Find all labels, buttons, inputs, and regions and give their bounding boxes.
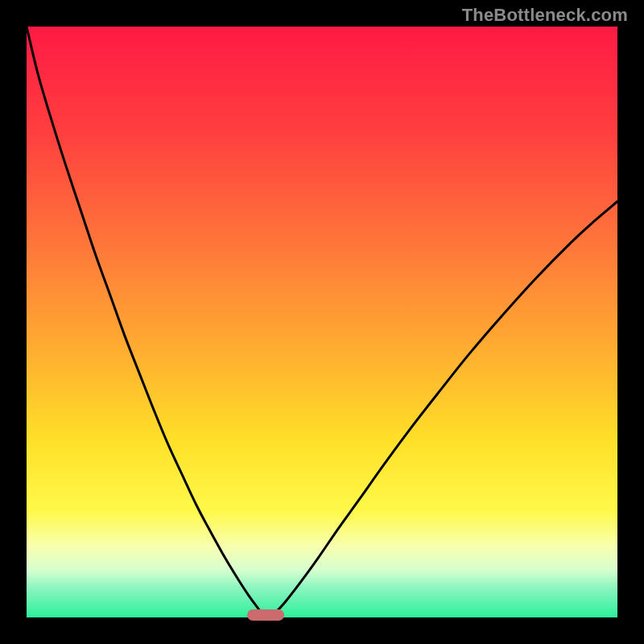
watermark-text: TheBottleneck.com <box>462 5 628 26</box>
chart-frame: TheBottleneck.com <box>0 0 644 644</box>
bottleneck-marker <box>247 609 284 621</box>
v-curve <box>27 27 617 617</box>
